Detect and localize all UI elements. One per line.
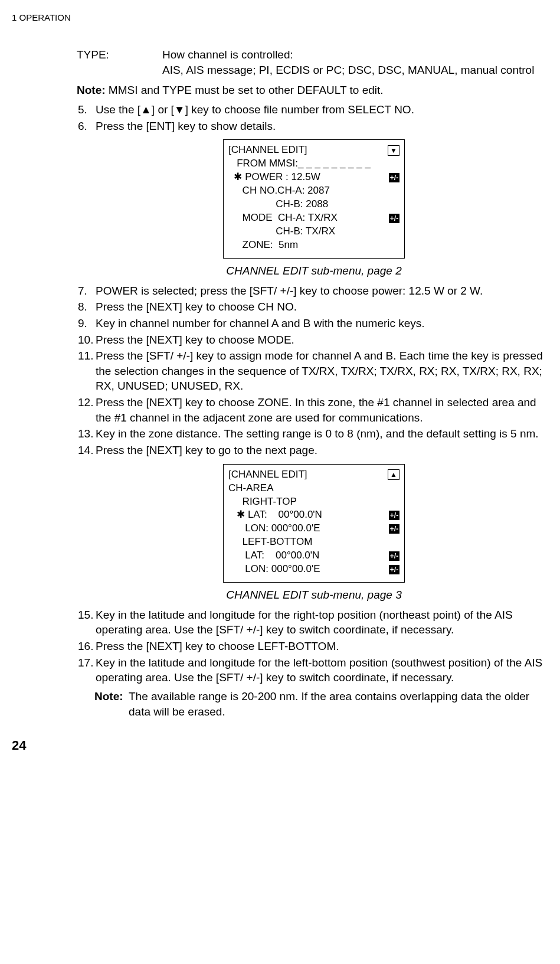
step-num: 6. [77,119,96,134]
step-5: 5.Use the [▲] or [▼] key to choose file … [77,102,551,117]
type-line1: How channel is controlled: [162,48,293,61]
step-body: Press the [NEXT] key to choose CH NO. [96,299,551,315]
note-body: The available range is 20-200 nm. If the… [129,689,551,719]
step-15: 15.Key in the latitude and longitude for… [77,607,551,638]
steps-list-a: 5.Use the [▲] or [▼] key to choose file … [77,102,551,133]
screen-line: LON: 000°00.0'E [228,522,320,535]
step-14: 14.Press the [NEXT] key to go to the nex… [77,443,551,458]
step-num: 13. [77,426,96,442]
step-body: Key in the latitude and longitude for th… [96,655,551,685]
step-body: POWER is selected; press the [SFT/ +/-] … [96,283,551,299]
step-body: Key in the latitude and longitude for th… [96,607,551,638]
steps-list-b: 7.POWER is selected; press the [SFT/ +/-… [77,283,551,458]
step-body: Press the [ENT] key to show details. [96,119,551,134]
step-num: 14. [77,443,96,458]
screen-line: LAT: 00°00.0'N [228,549,319,563]
step-body: Press the [NEXT] key to choose LEFT-BOTT… [96,639,551,654]
step-body: Press the [NEXT] key to choose MODE. [96,332,551,348]
type-definition: TYPE: How channel is controlled: AIS, AI… [77,47,551,77]
screen-title: [CHANNEL EDIT] [228,143,307,157]
step-7: 7.POWER is selected; press the [SFT/ +/-… [77,283,551,299]
screen-line: MODE CH-A: TX/RX [228,211,338,225]
note-1: Note: MMSI and TYPE must be set to other… [77,83,551,98]
steps-list-c: 15.Key in the latitude and longitude for… [77,607,551,685]
note-label: Note: [77,84,106,96]
step-body: Press the [SFT/ +/-] key to assign mode … [96,348,551,394]
plus-minus-icon: +/- [389,524,399,534]
screen-line: ✱ LAT: 00°00.0'N [228,508,322,522]
step-num: 7. [77,283,96,299]
step-10: 10.Press the [NEXT] key to choose MODE. [77,332,551,348]
step-6: 6.Press the [ENT] key to show details. [77,119,551,134]
step-num: 16. [77,639,96,654]
caption-1: CHANNEL EDIT sub-menu, page 2 [77,263,551,279]
step-num: 12. [77,395,96,425]
screen-channel-edit-2: [CHANNEL EDIT]▼ FROM MMSI:_ _ _ _ _ _ _ … [223,139,405,259]
note-2: Note: The available range is 20-200 nm. … [94,689,551,719]
screen-line: FROM MMSI:_ _ _ _ _ _ _ _ _ [228,157,371,171]
step-num: 5. [77,102,96,117]
screen-line: ✱ POWER : 12.5W [228,171,320,184]
screen-title: [CHANNEL EDIT] [228,468,307,482]
step-12: 12.Press the [NEXT] key to choose ZONE. … [77,395,551,425]
step-num: 17. [77,655,96,685]
plus-minus-icon: +/- [389,214,399,223]
plus-minus-icon: +/- [389,173,399,182]
type-value: How channel is controlled: AIS, AIS mess… [162,47,551,77]
down-arrow-icon: ▼ [388,145,399,156]
step-num: 15. [77,607,96,638]
step-num: 9. [77,316,96,331]
screen-line: CH-B: TX/RX [228,225,335,238]
caption-2: CHANNEL EDIT sub-menu, page 3 [77,587,551,603]
screen-line: LON: 000°00.0'E [228,563,320,576]
step-body: Key in channel number for channel A and … [96,316,551,331]
step-num: 8. [77,299,96,315]
screen-line: RIGHT-TOP [228,495,297,509]
main-content: TYPE: How channel is controlled: AIS, AI… [12,47,554,719]
plus-minus-icon: +/- [389,551,399,561]
step-13: 13.Key in the zone distance. The setting… [77,426,551,442]
note-label: Note: [94,689,129,719]
screen-line: LEFT-BOTTOM [228,535,312,549]
note-text: MMSI and TYPE must be set to other DEFAU… [106,84,384,96]
step-body: Press the [NEXT] key to choose ZONE. In … [96,395,551,425]
screen-line: CH-AREA [228,482,274,495]
screen-line: ZONE: 5nm [228,238,298,252]
plus-minus-icon: +/- [389,511,399,520]
step-17: 17.Key in the latitude and longitude for… [77,655,551,685]
page-header: 1 OPERATION [12,12,554,24]
screen-line: CH-B: 2088 [228,198,328,211]
screen-line: CH NO.CH-A: 2087 [228,184,330,198]
step-11: 11.Press the [SFT/ +/-] key to assign mo… [77,348,551,394]
plus-minus-icon: +/- [389,565,399,574]
step-body: Key in the zone distance. The setting ra… [96,426,551,442]
screen-channel-edit-3: [CHANNEL EDIT]▲ CH-AREA RIGHT-TOP ✱ LAT:… [223,464,405,583]
step-num: 11. [77,348,96,394]
step-body: Press the [NEXT] key to go to the next p… [96,443,551,458]
type-line2: AIS, AIS message; PI, ECDIS or PC; DSC, … [162,64,534,76]
step-num: 10. [77,332,96,348]
page-number: 24 [12,737,554,754]
step-8: 8.Press the [NEXT] key to choose CH NO. [77,299,551,315]
step-9: 9.Key in channel number for channel A an… [77,316,551,331]
step-body: Use the [▲] or [▼] key to choose file nu… [96,102,551,117]
up-arrow-icon: ▲ [388,469,399,480]
note-2-wrap: Note: The available range is 20-200 nm. … [77,689,551,719]
type-label: TYPE: [77,47,162,77]
step-16: 16.Press the [NEXT] key to choose LEFT-B… [77,639,551,654]
